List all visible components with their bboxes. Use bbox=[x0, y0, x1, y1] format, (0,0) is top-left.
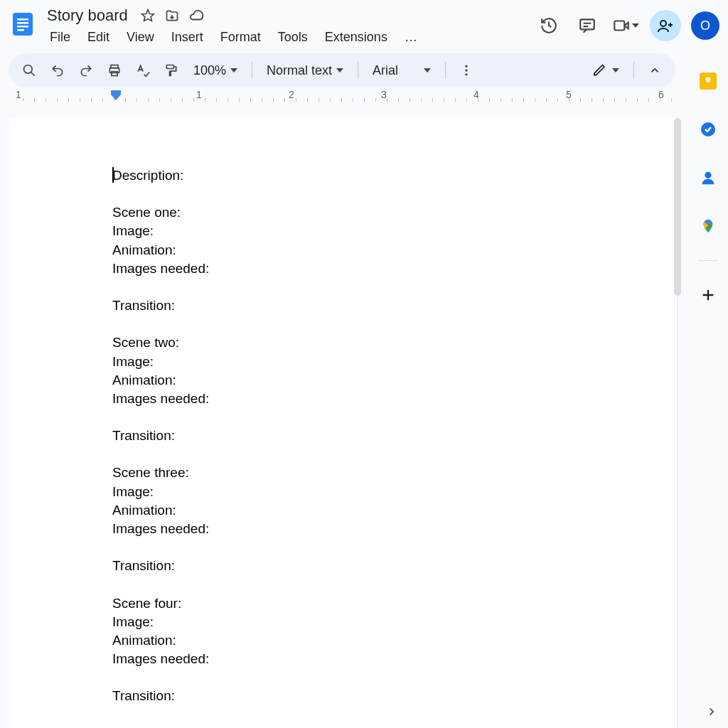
doc-line[interactable]: Scene three: bbox=[112, 464, 677, 482]
show-side-panel-icon[interactable] bbox=[705, 705, 718, 721]
header-bar: Story board File Edit View Insert Format… bbox=[0, 0, 728, 48]
move-icon[interactable] bbox=[164, 7, 181, 24]
doc-line[interactable]: Transition: bbox=[112, 557, 677, 575]
svg-rect-13 bbox=[166, 65, 173, 69]
star-icon[interactable] bbox=[139, 7, 156, 24]
doc-line[interactable]: Transition: bbox=[112, 687, 677, 705]
share-button[interactable] bbox=[650, 10, 681, 41]
doc-line[interactable]: Transition: bbox=[112, 427, 677, 445]
doc-line[interactable] bbox=[112, 278, 677, 296]
account-avatar[interactable]: O bbox=[691, 11, 719, 40]
svg-rect-7 bbox=[614, 21, 624, 31]
svg-point-15 bbox=[465, 69, 467, 71]
doc-line[interactable] bbox=[112, 668, 677, 687]
menu-format[interactable]: Format bbox=[213, 27, 268, 48]
toolbar-wrap: 100% Normal text Arial bbox=[0, 48, 728, 87]
menu-extensions[interactable]: Extensions bbox=[318, 27, 395, 48]
docs-logo[interactable] bbox=[9, 6, 37, 43]
ruler[interactable]: 1123456 bbox=[9, 90, 682, 103]
redo-icon[interactable] bbox=[74, 58, 98, 82]
paint-format-icon[interactable] bbox=[159, 58, 183, 82]
doc-line[interactable]: Scene five: bbox=[112, 724, 677, 728]
comments-icon[interactable] bbox=[573, 11, 601, 40]
style-select[interactable]: Normal text bbox=[261, 60, 349, 81]
undo-icon[interactable] bbox=[46, 58, 70, 82]
doc-title[interactable]: Story board bbox=[43, 5, 132, 26]
font-select[interactable]: Arial bbox=[367, 60, 437, 81]
doc-line[interactable] bbox=[112, 538, 677, 557]
svg-point-16 bbox=[465, 73, 467, 75]
doc-line[interactable]: Transition: bbox=[112, 296, 677, 315]
doc-line[interactable]: Description: bbox=[112, 166, 677, 185]
header-actions: O bbox=[535, 6, 719, 41]
svg-marker-17 bbox=[111, 90, 121, 100]
svg-rect-0 bbox=[13, 13, 33, 36]
keep-icon[interactable] bbox=[694, 67, 722, 95]
menu-more[interactable]: … bbox=[397, 27, 424, 48]
doc-line[interactable]: Animation: bbox=[112, 241, 677, 259]
menu-file[interactable]: File bbox=[43, 27, 77, 48]
title-area: Story board File Edit View Insert Format… bbox=[43, 6, 529, 48]
doc-line[interactable]: Image: bbox=[112, 613, 677, 631]
doc-line[interactable]: Animation: bbox=[112, 371, 677, 390]
more-tools-icon[interactable] bbox=[454, 58, 478, 82]
svg-point-19 bbox=[705, 172, 711, 178]
ruler-number: 1 bbox=[196, 89, 202, 100]
svg-rect-3 bbox=[17, 26, 28, 28]
document-canvas: Description:Scene one:Image:Animation:Im… bbox=[9, 118, 682, 728]
style-value: Normal text bbox=[267, 63, 332, 78]
doc-line[interactable] bbox=[112, 315, 677, 333]
doc-line[interactable]: Images needed: bbox=[112, 259, 677, 278]
vertical-scrollbar[interactable] bbox=[674, 118, 681, 296]
menu-tools[interactable]: Tools bbox=[271, 27, 315, 48]
chevron-down-icon bbox=[230, 68, 237, 73]
chevron-down-icon bbox=[424, 68, 431, 73]
side-divider bbox=[698, 260, 718, 261]
doc-line[interactable]: Images needed: bbox=[112, 650, 677, 668]
spellcheck-icon[interactable] bbox=[131, 58, 155, 82]
menu-bar: File Edit View Insert Format Tools Exten… bbox=[43, 27, 529, 48]
doc-line[interactable]: Image: bbox=[112, 353, 677, 371]
doc-line[interactable] bbox=[112, 408, 677, 427]
cloud-status-icon[interactable] bbox=[188, 7, 205, 24]
doc-line[interactable] bbox=[112, 706, 677, 724]
svg-rect-4 bbox=[17, 29, 24, 31]
meet-button[interactable] bbox=[611, 11, 640, 40]
doc-line[interactable]: Images needed: bbox=[112, 390, 677, 408]
doc-line[interactable]: Scene four: bbox=[112, 594, 677, 613]
chevron-down-icon bbox=[612, 68, 619, 73]
svg-point-14 bbox=[465, 65, 467, 68]
doc-line[interactable]: Image: bbox=[112, 483, 677, 501]
contacts-icon[interactable] bbox=[694, 164, 722, 192]
menu-edit[interactable]: Edit bbox=[80, 27, 117, 48]
doc-line[interactable]: Animation: bbox=[112, 631, 677, 650]
menu-view[interactable]: View bbox=[119, 27, 161, 48]
doc-line[interactable] bbox=[112, 185, 677, 203]
side-panel bbox=[688, 63, 728, 309]
toolbar: 100% Normal text Arial bbox=[9, 53, 675, 87]
doc-line[interactable]: Images needed: bbox=[112, 520, 677, 538]
add-addon-icon[interactable] bbox=[694, 281, 722, 309]
print-icon[interactable] bbox=[102, 58, 127, 82]
separator bbox=[633, 62, 634, 79]
tasks-icon[interactable] bbox=[694, 115, 722, 144]
svg-rect-1 bbox=[17, 18, 28, 21]
doc-line[interactable]: Scene one: bbox=[112, 203, 677, 222]
doc-line[interactable]: Scene two: bbox=[112, 333, 677, 352]
maps-icon[interactable] bbox=[694, 212, 722, 240]
history-icon[interactable] bbox=[535, 11, 563, 40]
doc-line[interactable] bbox=[112, 445, 677, 464]
search-icon[interactable] bbox=[17, 58, 41, 82]
collapse-toolbar-icon[interactable] bbox=[643, 58, 667, 82]
zoom-select[interactable]: 100% bbox=[188, 60, 243, 81]
svg-point-8 bbox=[660, 21, 666, 26]
editing-mode-button[interactable] bbox=[588, 60, 625, 80]
svg-rect-2 bbox=[17, 22, 28, 24]
page[interactable]: Description:Scene one:Image:Animation:Im… bbox=[9, 118, 677, 728]
doc-line[interactable]: Animation: bbox=[112, 501, 677, 520]
svg-point-9 bbox=[24, 65, 33, 74]
menu-insert[interactable]: Insert bbox=[164, 27, 210, 48]
doc-line[interactable] bbox=[112, 576, 677, 594]
doc-line[interactable]: Image: bbox=[112, 222, 677, 240]
indent-marker[interactable] bbox=[111, 90, 121, 102]
